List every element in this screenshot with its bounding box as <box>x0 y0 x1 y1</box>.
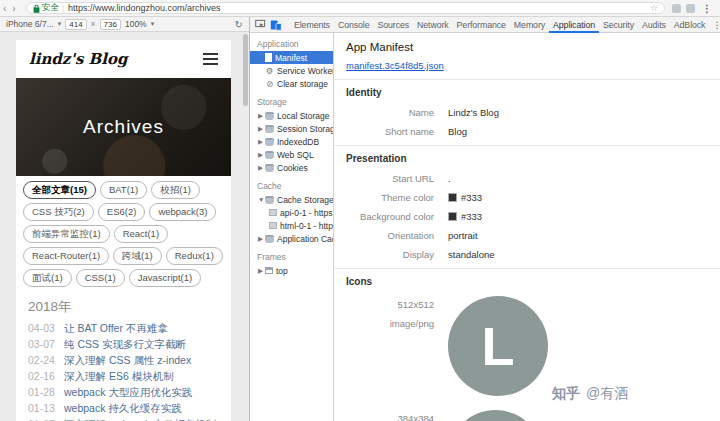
mobile-viewport: lindz's Blog Archives 全部文章(15) BAT(1) 校招… <box>16 40 231 421</box>
tab-memory[interactable]: Memory <box>510 17 549 33</box>
screen: ‹ › 安全 | https://www.lindongzhou.com/arc… <box>0 0 720 421</box>
gear-icon: ⚙ <box>265 66 274 76</box>
extension-icon[interactable] <box>686 4 695 13</box>
sidebar-section-storage[interactable]: Storage <box>250 95 333 109</box>
post-link[interactable]: 纯 CSS 实现多行文字截断 <box>64 336 186 352</box>
tab-adblock[interactable]: AdBlock <box>670 17 710 33</box>
hero-banner: Archives <box>16 78 231 176</box>
sidebar-item-local-storage[interactable]: ▶ Local Storage <box>250 109 333 122</box>
extension-icon[interactable] <box>672 4 681 13</box>
rotate-device-icon[interactable]: ↻ <box>235 19 243 30</box>
tab-console[interactable]: Console <box>334 17 374 33</box>
browser-menu-icon[interactable]: ⋮ <box>700 0 714 17</box>
field-value: . <box>448 173 451 184</box>
device-width-field[interactable]: 414 <box>65 19 86 30</box>
post-link[interactable]: 深入理解 CSS 属性 z-index <box>64 352 191 368</box>
sidebar-section-cache[interactable]: Cache <box>250 179 333 193</box>
frame-icon <box>265 267 273 274</box>
sidebar-item-cache-entry[interactable]: api-0-1 - https://ww <box>250 206 333 219</box>
tag-pill[interactable]: 跨域(1) <box>113 247 162 265</box>
clear-storage-icon: ⊘ <box>265 79 274 89</box>
hamburger-menu-icon[interactable] <box>203 53 218 65</box>
watermark-brand: 知乎 <box>552 385 580 403</box>
post-row: 01-07 深入理解 webpack 文件打包机制 <box>28 416 219 421</box>
tag-pill[interactable]: 全部文章(15) <box>23 181 96 199</box>
post-link[interactable]: webpack 大型应用优化实践 <box>64 384 192 400</box>
icon-size-label: 512x512 <box>346 299 434 310</box>
address-bar[interactable]: 安全 | https://www.lindongzhou.com/archive… <box>26 2 665 14</box>
sidebar-item-cache-storage[interactable]: ▼ Cache Storage <box>250 193 333 206</box>
sidebar-item-top-frame[interactable]: ▶ top <box>250 264 333 277</box>
inspect-element-icon[interactable] <box>253 19 268 30</box>
tag-pill[interactable]: React-Router(1) <box>23 247 109 265</box>
sidebar-item-manifest[interactable]: Manifest <box>250 51 333 64</box>
sidebar-item-indexeddb[interactable]: ▶ IndexedDB <box>250 135 333 148</box>
tag-pill[interactable]: Javascript(1) <box>129 269 201 287</box>
sidebar-item-label: top <box>276 266 288 276</box>
sidebar-item-cache-entry[interactable]: html-0-1 - https://w <box>250 219 333 232</box>
tag-pill[interactable]: Redux(1) <box>166 247 223 265</box>
tag-pill[interactable]: 面试(1) <box>23 269 72 287</box>
tag-pill[interactable]: ES6(2) <box>98 203 146 221</box>
tag-pill[interactable]: BAT(1) <box>100 181 147 199</box>
tab-security[interactable]: Security <box>599 17 638 33</box>
browser-toolbar: ‹ › 安全 | https://www.lindongzhou.com/arc… <box>0 0 720 17</box>
tag-pill[interactable]: CSS 技巧(2) <box>23 203 94 221</box>
sidebar-item-cookies[interactable]: ▶ Cookies <box>250 161 333 174</box>
sidebar-item-label: Service Workers <box>277 66 334 76</box>
url-text[interactable]: https://www.lindongzhou.com/archives <box>68 3 221 13</box>
tag-pill[interactable]: webpack(3) <box>149 203 216 221</box>
tab-audits[interactable]: Audits <box>638 17 670 33</box>
tab-application[interactable]: Application <box>549 17 599 33</box>
tab-network[interactable]: Network <box>413 17 453 33</box>
tag-pill[interactable]: 校招(1) <box>151 181 200 199</box>
sidebar-item-service-workers[interactable]: ⚙ Service Workers <box>250 64 333 77</box>
tab-sources[interactable]: Sources <box>373 17 413 33</box>
post-link[interactable]: 深入理解 webpack 文件打包机制 <box>64 416 216 421</box>
manifest-file-link[interactable]: manifest.3c54f8d5.json <box>346 60 444 71</box>
sidebar-item-web-sql[interactable]: ▶ Web SQL <box>250 148 333 161</box>
sidebar-item-label: api-0-1 - https://ww <box>280 208 334 218</box>
dimension-separator: × <box>91 19 96 29</box>
field-label: Display <box>346 249 434 260</box>
devtools-menu-icon[interactable]: ⋮ <box>709 20 720 30</box>
app-icon-image: L <box>448 296 548 396</box>
sidebar-item-application-cache[interactable]: ▶ Application Cache <box>250 232 333 245</box>
post-row: 02-16 深入理解 ES6 模块机制 <box>28 368 219 384</box>
post-row: 03-07 纯 CSS 实现多行文字截断 <box>28 336 219 352</box>
database-icon <box>265 151 274 159</box>
field-value: Blog <box>448 126 467 137</box>
sidebar-item-session-storage[interactable]: ▶ Session Storage <box>250 122 333 135</box>
identity-section-title: Identity <box>346 87 720 98</box>
post-date: 04-03 <box>28 320 64 336</box>
sidebar-item-clear-storage[interactable]: ⊘ Clear storage <box>250 77 333 90</box>
sidebar-section-application[interactable]: Application <box>250 37 333 51</box>
tag-pill[interactable]: 前端异常监控(1) <box>23 225 110 243</box>
zoom-select[interactable]: 100% <box>125 19 147 29</box>
tab-elements[interactable]: Elements <box>290 17 334 33</box>
post-link[interactable]: 深入理解 ES6 模块机制 <box>64 368 174 384</box>
lock-icon[interactable] <box>33 0 40 17</box>
device-select[interactable]: iPhone 6/7... <box>6 19 54 29</box>
page-scrollbar[interactable] <box>243 34 248 106</box>
back-icon[interactable]: ‹ <box>0 0 9 17</box>
sidebar-section-frames[interactable]: Frames <box>250 250 333 264</box>
post-date: 01-13 <box>28 400 64 416</box>
blog-logo[interactable]: lindz's Blog <box>29 50 127 68</box>
bookmark-star-icon[interactable]: ☆ <box>650 3 658 13</box>
chevron-down-icon: ▾ <box>151 20 155 28</box>
forward-icon[interactable]: › <box>9 0 18 17</box>
toggle-device-toolbar-icon[interactable] <box>268 19 284 31</box>
year-heading: 2018年 <box>28 298 219 316</box>
post-link[interactable]: webpack 持久化缓存实践 <box>64 400 182 416</box>
device-height-field[interactable]: 736 <box>100 19 121 30</box>
tag-pill[interactable]: CSS(1) <box>76 269 125 287</box>
tab-performance[interactable]: Performance <box>453 17 510 33</box>
database-icon <box>265 196 274 204</box>
database-icon <box>265 138 274 146</box>
section-divider <box>334 145 720 146</box>
chevron-right-icon: ▶ <box>258 125 265 133</box>
tag-pill[interactable]: React(1) <box>114 225 168 243</box>
color-hex: #333 <box>461 211 482 222</box>
post-link[interactable]: 让 BAT Offer 不再难拿 <box>64 320 168 336</box>
